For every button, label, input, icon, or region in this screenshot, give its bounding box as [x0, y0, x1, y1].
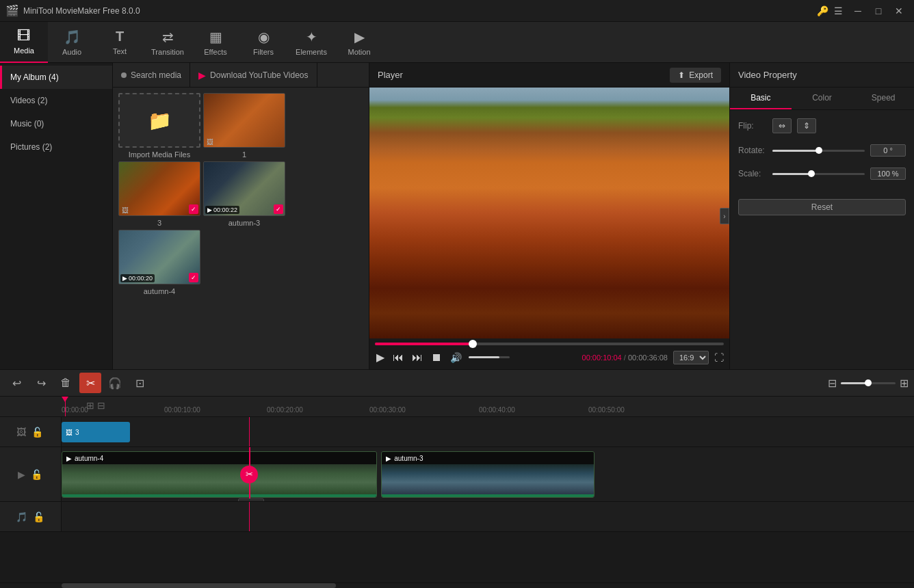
image-track-lock[interactable]: 🔓 — [30, 425, 44, 439]
text-icon: T — [116, 29, 124, 44]
zoom-thumb[interactable] — [865, 379, 872, 386]
tab-speed[interactable]: Speed — [852, 88, 914, 109]
horizontal-scrollbar[interactable] — [0, 583, 914, 588]
player-video — [369, 88, 729, 338]
autumn-4-clip[interactable]: ▶ autumn-4 — [62, 451, 377, 498]
toolbar-item-effects[interactable]: ▦ Effects — [192, 22, 239, 63]
audio-track-lock[interactable]: 🔓 — [31, 510, 46, 524]
toolbar-item-elements[interactable]: ✦ Elements — [287, 22, 335, 63]
prev-frame-button[interactable]: ⏮ — [391, 350, 405, 365]
item-1-label: 1 — [242, 150, 246, 159]
volume-button[interactable]: 🔊 — [449, 351, 463, 364]
playhead-image-track — [249, 417, 250, 446]
current-time: 00:00:10:04 — [582, 353, 622, 362]
toolbar-item-motion[interactable]: ▶ Motion — [335, 22, 383, 63]
audio-detach-button[interactable]: 🎧 — [104, 373, 126, 393]
fullscreen-icon[interactable]: ⛶ — [714, 352, 724, 363]
video-track-area[interactable]: ▶ autumn-4 ✂ Split ▶ autumn-3 — [62, 447, 914, 501]
time-display: 00:00:10:04 / 00:00:36:08 — [582, 353, 668, 362]
close-button[interactable]: ✕ — [889, 4, 909, 18]
media-item-autumn-3[interactable]: ▶ 00:00:22 ✓ autumn-3 — [203, 161, 285, 227]
undo-button[interactable]: ↩ — [5, 373, 27, 393]
autumn-3-clip[interactable]: ▶ autumn-3 — [381, 451, 595, 498]
scale-thumb[interactable] — [808, 170, 815, 177]
playhead-audio-track — [249, 502, 250, 531]
toolbar-item-transition[interactable]: ⇄ Transition — [144, 22, 192, 63]
progress-bar[interactable] — [375, 343, 724, 345]
image-track-row: 🖼 🔓 🖼 3 — [0, 417, 914, 447]
sidebar-item-videos[interactable]: Videos (2) — [0, 89, 112, 112]
search-media-tab[interactable]: Search media — [113, 63, 190, 88]
crop-button[interactable]: ⊡ — [129, 373, 151, 393]
youtube-tab[interactable]: ▶ Download YouTube Videos — [190, 63, 317, 88]
rotate-slider[interactable] — [772, 150, 865, 152]
aspect-ratio-select[interactable]: 16:9 9:16 4:3 1:1 — [673, 351, 709, 364]
video-track-lock[interactable]: 🔓 — [29, 468, 44, 481]
minimize-button[interactable]: ─ — [848, 4, 867, 18]
import-media-item[interactable]: 📁 Import Media Files — [118, 93, 200, 159]
progress-thumb[interactable] — [469, 340, 477, 348]
export-button[interactable]: ⬆ Export — [670, 68, 721, 83]
tab-basic[interactable]: Basic — [730, 88, 792, 109]
tab-color[interactable]: Color — [792, 88, 853, 109]
import-thumb[interactable]: 📁 — [118, 93, 200, 148]
image-track-area[interactable]: 🖼 3 — [62, 417, 914, 446]
import-label: Import Media Files — [129, 150, 190, 159]
stop-button[interactable]: ⏹ — [430, 350, 443, 365]
panel-collapse-button[interactable]: › — [720, 208, 729, 224]
player-title: Player — [378, 70, 403, 80]
youtube-icon: ▶ — [198, 70, 206, 81]
check-3: ✓ — [189, 204, 198, 214]
sidebar-item-music[interactable]: Music (0) — [0, 112, 112, 135]
image-icon-3: 🖼 — [122, 206, 129, 214]
window-controls: ─ □ ✕ — [848, 4, 909, 18]
audio-track-area[interactable] — [62, 502, 914, 531]
image-track-controls: 🖼 🔓 — [0, 417, 62, 446]
media-item-autumn-4[interactable]: ▶ 00:00:20 ✓ autumn-4 — [118, 230, 200, 295]
toolbar-item-audio[interactable]: 🎵 Audio — [48, 22, 96, 63]
audio-track-row: 🎵 🔓 — [0, 502, 914, 532]
next-frame-button[interactable]: ⏭ — [410, 350, 424, 365]
motion-icon: ▶ — [354, 29, 365, 45]
volume-slider[interactable] — [469, 356, 510, 358]
media-item-3[interactable]: 🖼 ✓ 3 — [118, 161, 200, 227]
restore-button[interactable]: □ — [869, 4, 888, 18]
play-button[interactable]: ▶ — [375, 349, 386, 365]
toolbar: 🎞 Media 🎵 Audio T Text ⇄ Transition ▦ Ef… — [0, 22, 914, 63]
image-clip-3[interactable]: 🖼 3 — [62, 422, 130, 442]
zoom-slider[interactable] — [841, 382, 896, 384]
playhead-ruler-mark — [65, 397, 66, 416]
playhead-arrow — [62, 397, 68, 402]
add-audio-icon[interactable]: ⊟ — [97, 400, 105, 411]
rotate-label: Rotate: — [738, 146, 772, 155]
text-label: Text — [113, 47, 127, 55]
split-button[interactable]: ✂ — [79, 373, 101, 393]
image-clip-label: 3 — [75, 429, 79, 436]
media-icon: 🎞 — [17, 28, 31, 44]
toolbar-item-filters[interactable]: ◉ Filters — [239, 22, 287, 63]
scale-slider[interactable] — [772, 173, 865, 175]
clip-a4-label: autumn-4 — [75, 455, 103, 462]
sidebar-item-myalbum[interactable]: My Album (4) — [0, 66, 112, 89]
item-3-label: 3 — [157, 219, 161, 227]
redo-button[interactable]: ↪ — [30, 373, 52, 393]
reset-button[interactable]: Reset — [738, 199, 906, 215]
menu-icon[interactable]: ☰ — [834, 5, 843, 16]
toolbar-item-text[interactable]: T Text — [96, 22, 144, 63]
flip-horizontal-button[interactable]: ⇔ — [772, 118, 792, 133]
media-label: Media — [14, 46, 34, 55]
effects-label: Effects — [204, 48, 226, 56]
flip-vertical-button[interactable]: ⇕ — [797, 118, 816, 133]
toolbar-item-media[interactable]: 🎞 Media — [0, 22, 48, 63]
duration-autumn-4: ▶ 00:00:20 — [120, 274, 155, 282]
scrollbar-thumb-h[interactable] — [62, 583, 336, 588]
zoom-in-icon[interactable]: ⊞ — [900, 377, 909, 390]
sidebar-item-pictures[interactable]: Pictures (2) — [0, 135, 112, 159]
zoom-out-icon[interactable]: ⊟ — [828, 377, 837, 390]
player-header: Player ⬆ Export — [369, 63, 729, 88]
autumn-4-clip-header: ▶ autumn-4 — [62, 452, 376, 464]
filters-icon: ◉ — [258, 29, 270, 45]
media-item-1[interactable]: 🖼 1 — [203, 93, 285, 159]
delete-button[interactable]: 🗑 — [55, 373, 77, 393]
rotate-thumb[interactable] — [815, 147, 822, 154]
